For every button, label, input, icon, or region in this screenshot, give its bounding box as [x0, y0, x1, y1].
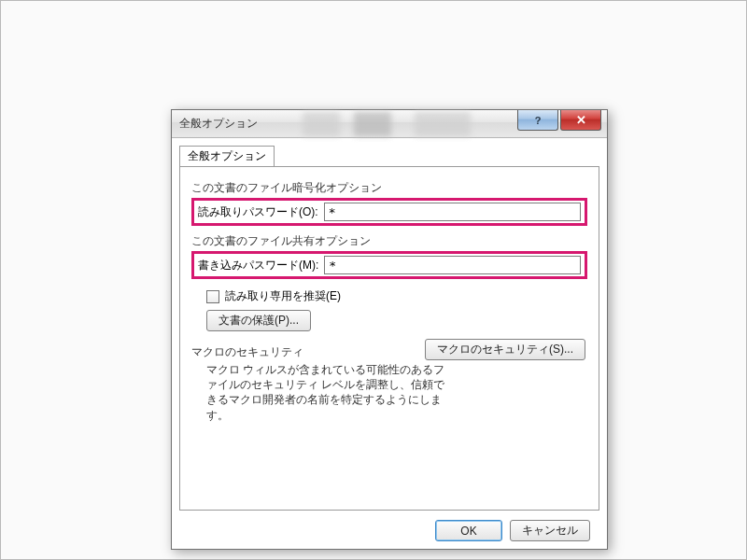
ok-label: OK	[460, 525, 476, 538]
macro-security-button-label: マクロのセキュリティ(S)...	[437, 342, 573, 357]
close-button[interactable]: ✕	[560, 110, 601, 131]
protect-document-button[interactable]: 文書の保護(P)...	[206, 310, 311, 331]
background-blur	[415, 112, 471, 136]
tabstrip: 全般オプション	[179, 146, 599, 166]
ok-button[interactable]: OK	[435, 520, 502, 541]
macro-security-button[interactable]: マクロのセキュリティ(S)...	[425, 339, 585, 360]
cancel-button[interactable]: キャンセル	[510, 520, 590, 541]
write-password-label: 書き込みパスワード(M):	[198, 258, 318, 273]
cancel-label: キャンセル	[522, 523, 578, 539]
readonly-recommended-checkbox[interactable]	[206, 290, 219, 303]
general-options-dialog: 全般オプション ? ✕ 全般オプション この文書のファイル暗号化オプション	[171, 109, 608, 550]
dialog-footer: OK キャンセル	[179, 511, 599, 541]
read-password-row: 読み取りパスワード(O):	[191, 198, 587, 226]
close-icon: ✕	[576, 113, 586, 127]
titlebar[interactable]: 全般オプション ? ✕	[172, 110, 607, 138]
dialog-title: 全般オプション	[179, 116, 258, 132]
help-button[interactable]: ?	[517, 110, 558, 131]
sharing-group-label: この文書のファイル共有オプション	[191, 233, 589, 249]
dialog-body: 全般オプション この文書のファイル暗号化オプション 読み取りパスワード(O): …	[172, 138, 607, 549]
encryption-group-label: この文書のファイル暗号化オプション	[191, 180, 589, 196]
macro-description: マクロ ウィルスが含まれている可能性のあるファイルのセキュリティ レベルを調整し…	[206, 362, 449, 423]
background-blur	[354, 112, 391, 136]
readonly-recommended-label: 読み取り専用を推奨(E)	[225, 288, 341, 304]
read-password-input[interactable]	[324, 203, 581, 221]
tab-general-options[interactable]: 全般オプション	[179, 146, 275, 167]
tab-page: この文書のファイル暗号化オプション 読み取りパスワード(O): この文書のファイ…	[179, 166, 599, 511]
write-password-input[interactable]	[324, 256, 581, 274]
read-password-label: 読み取りパスワード(O):	[198, 204, 318, 220]
help-icon: ?	[535, 115, 542, 126]
tab-label: 全般オプション	[188, 149, 266, 162]
background-blur	[303, 112, 340, 136]
write-password-row: 書き込みパスワード(M):	[191, 251, 587, 279]
readonly-recommended-row[interactable]: 読み取り専用を推奨(E)	[206, 288, 589, 304]
protect-document-label: 文書の保護(P)...	[218, 313, 299, 329]
